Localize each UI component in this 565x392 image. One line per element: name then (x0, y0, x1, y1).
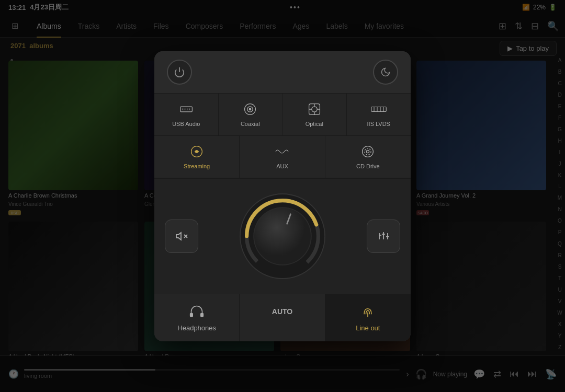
svg-point-31 (254, 208, 311, 264)
headphones-output-label: Headphones (177, 324, 216, 332)
power-button[interactable] (167, 60, 192, 85)
line-out-icon (360, 303, 375, 320)
svg-marker-24 (176, 233, 181, 240)
cd-drive-icon (361, 144, 375, 159)
svg-point-22 (367, 150, 369, 153)
source-coaxial[interactable]: Coaxial (219, 94, 283, 136)
output-line-out[interactable]: Line out (325, 294, 411, 341)
usb-audio-icon (179, 102, 193, 117)
volume-knob-container (207, 189, 358, 283)
aux-icon (274, 144, 290, 159)
mute-button[interactable] (165, 220, 198, 253)
source-usb-audio[interactable]: USB Audio (154, 94, 219, 136)
svg-point-21 (363, 146, 374, 157)
source-cd-drive[interactable]: CD Drive (325, 136, 411, 178)
coaxial-icon (243, 102, 257, 117)
optical-icon (308, 102, 321, 117)
headphones-icon (189, 303, 204, 320)
source-iis-lvds[interactable]: IIS LVDS (347, 94, 411, 136)
coaxial-label: Coaxial (241, 121, 260, 127)
svg-rect-40 (200, 313, 204, 317)
modal-header (154, 51, 411, 93)
output-auto[interactable]: AUTO (240, 294, 325, 341)
svg-point-8 (250, 108, 251, 110)
iis-lvds-icon (371, 102, 387, 117)
source-grid-row1: USB Audio Coaxial (154, 93, 411, 136)
volume-area (154, 179, 411, 294)
streaming-icon (190, 144, 204, 159)
usb-audio-label: USB Audio (172, 121, 200, 127)
streaming-label: Streaming (184, 163, 210, 169)
optical-label: Optical (306, 121, 323, 127)
sleep-button[interactable] (373, 60, 398, 85)
source-streaming[interactable]: Streaming (154, 136, 240, 178)
equalizer-button[interactable] (367, 220, 400, 253)
source-optical[interactable]: Optical (282, 94, 347, 136)
line-out-label: Line out (356, 324, 380, 332)
svg-rect-1 (180, 107, 192, 112)
svg-point-10 (312, 106, 317, 111)
volume-knob[interactable] (235, 189, 330, 283)
source-aux[interactable]: AUX (240, 136, 325, 178)
source-grid-row2: Streaming AUX CD Drive (154, 136, 411, 179)
svg-rect-15 (371, 107, 387, 111)
modal-overlay: USB Audio Coaxial (0, 0, 565, 392)
cd-drive-label: CD Drive (356, 163, 380, 169)
audio-settings-modal: USB Audio Coaxial (154, 51, 411, 341)
output-selector: Headphones AUTO Line out (154, 294, 411, 341)
output-headphones[interactable]: Headphones (154, 294, 240, 341)
svg-rect-39 (190, 313, 193, 317)
aux-label: AUX (276, 163, 288, 169)
iis-lvds-label: IIS LVDS (367, 121, 390, 127)
svg-point-23 (365, 148, 371, 154)
auto-icon: AUTO (272, 303, 292, 320)
